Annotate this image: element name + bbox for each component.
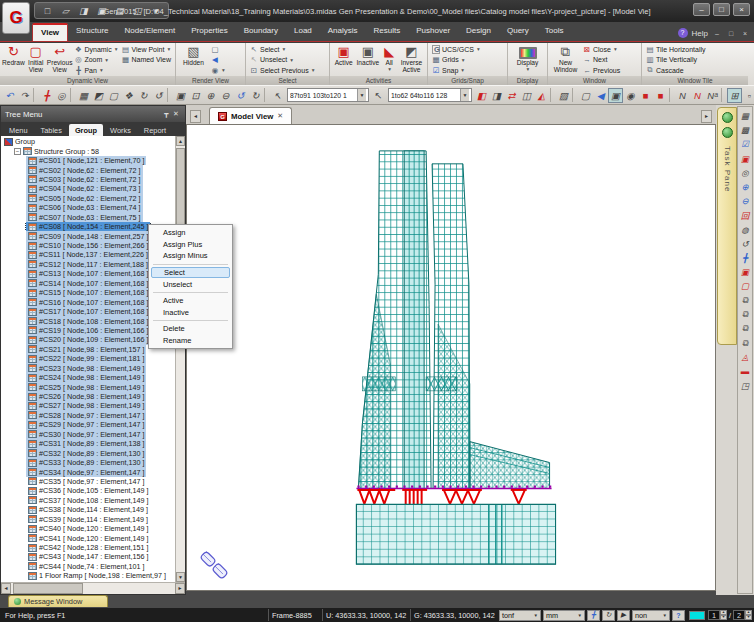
tree-item[interactable]: #CS29 [ Node,97 : Element,147 ]	[1, 420, 177, 429]
collapse-icon[interactable]: −	[14, 148, 21, 155]
display-button[interactable]: Display	[512, 44, 543, 76]
tree-item[interactable]: #CS44 [ Node,74 : Element,101 ]	[1, 562, 177, 571]
tree-tab[interactable]: Group	[69, 124, 103, 136]
force-unit-select[interactable]: tonf▼	[499, 610, 541, 621]
tree-item[interactable]: #CS40 [ Node,120 : Element,149 ]	[1, 524, 177, 533]
ribbon-tab[interactable]: Load	[286, 23, 320, 41]
active-previous-icon[interactable]: ◭	[534, 88, 549, 103]
ribbon-tab[interactable]: Query	[499, 23, 537, 41]
select-intersect-icon[interactable]: ▢	[106, 88, 121, 103]
message-window-tab[interactable]: Message Window	[8, 595, 108, 607]
select-element-icon[interactable]: ◎	[54, 88, 69, 103]
select-cursor-icon[interactable]: ↖	[371, 88, 386, 103]
hidden-button[interactable]: ▧ Hidden	[178, 44, 209, 76]
play-icon[interactable]: ▶	[617, 610, 630, 621]
hidden-icon[interactable]: ▬	[739, 364, 752, 378]
query-button[interactable]: ?	[672, 610, 685, 621]
tree-item[interactable]: #CS27 [ Node,98 : Element,149 ]	[1, 401, 177, 410]
ribbon-tab[interactable]: Pushover	[408, 23, 458, 41]
fill-icon[interactable]: ■	[653, 88, 668, 103]
scrollbar-thumb[interactable]	[13, 583, 83, 594]
display-icon[interactable]: ◳	[739, 379, 752, 393]
snap-button[interactable]: ☑ Snap	[430, 65, 482, 76]
tree-item[interactable]: #CS31 [ Node,89 : Element,138 ]	[1, 439, 177, 448]
structure-group-row[interactable]: − Structure Group : 58	[1, 146, 177, 155]
hidden-view-icon[interactable]: ▣	[608, 88, 623, 103]
select-node-icon[interactable]: ╋	[39, 88, 54, 103]
tree-item[interactable]: #CS03 [ Node,62 : Element,72 ]	[1, 175, 177, 184]
tree-item[interactable]: #CS35 [ Node,97 : Element,147 ]	[1, 477, 177, 486]
scroll-up-icon[interactable]: ▲	[176, 136, 185, 146]
tree-item[interactable]: #CS39 [ Node,114 : Element,149 ]	[1, 515, 177, 524]
scroll-left-icon[interactable]: ◄	[1, 583, 11, 594]
select-plane-icon[interactable]: ❖	[121, 88, 136, 103]
rotate-icon[interactable]: ↺	[739, 237, 752, 251]
tree-item[interactable]: #CS41 [ Node,120 : Element,149 ]	[1, 533, 177, 542]
move-icon[interactable]: ╋	[587, 610, 600, 621]
tree-item[interactable]: #CS24 [ Node,98 : Element,149 ]	[1, 373, 177, 382]
undo-icon[interactable]: ↶	[2, 88, 17, 103]
cascade-button[interactable]: ⧉ Cascade	[644, 65, 708, 76]
active-icon[interactable]: ▣	[739, 265, 752, 279]
zoom-out-icon[interactable]: ⊖	[218, 88, 233, 103]
deactivate-icon[interactable]: ◨	[489, 88, 504, 103]
rotate-left-icon[interactable]: ↺	[233, 88, 248, 103]
perspective-icon[interactable]: ◉	[623, 88, 638, 103]
active-all-icon[interactable]: ⧉	[739, 322, 752, 336]
context-menu-item[interactable]: Assign	[151, 227, 230, 239]
select-window-icon[interactable]: ▦	[76, 88, 91, 103]
zoom-fit-icon[interactable]: 回	[739, 208, 752, 222]
separator[interactable]	[721, 88, 726, 102]
tree-item[interactable]: #CS34 [ Node,97 : Element,147 ]	[1, 467, 177, 476]
ribbon-close-icon[interactable]: ×	[740, 30, 750, 37]
zoom-window-icon[interactable]: ▣	[739, 152, 752, 166]
tree-item[interactable]: #CS23 [ Node,98 : Element,149 ]	[1, 364, 177, 373]
scroll-down-icon[interactable]: ▼	[176, 572, 185, 582]
grid-toggle-icon[interactable]: ▨	[556, 88, 571, 103]
tree-root-row[interactable]: Group	[1, 137, 177, 146]
zoom-out-icon[interactable]: ⊖	[739, 194, 752, 208]
active-previous-icon[interactable]: ⧉	[739, 308, 752, 322]
tile-vertically-button[interactable]: ▥ Tile Vertically	[644, 55, 708, 66]
tree-item[interactable]: 1 Floor Ramp [ Node,198 : Element,97 ]	[1, 571, 177, 580]
context-menu-item[interactable]: Rename	[151, 335, 230, 347]
tree-tab[interactable]: Report	[138, 124, 172, 136]
previous-view-button[interactable]: ↩ Previous View	[47, 44, 73, 76]
shrink-icon[interactable]: ■	[638, 88, 653, 103]
tree-item[interactable]: #CS30 [ Node,97 : Element,147 ]	[1, 430, 177, 439]
initial-view-button[interactable]: ▢ Initial View	[25, 44, 47, 76]
page-current-spinner[interactable]: ▲▼	[720, 610, 727, 620]
tree-item[interactable]: #CS43 [ Node,147 : Element,156 ]	[1, 552, 177, 561]
context-menu-item[interactable]: Assign Minus	[151, 250, 230, 262]
select-identity-icon[interactable]: ▣	[173, 88, 188, 103]
redo-icon[interactable]: ↷	[17, 88, 32, 103]
back-view-icon[interactable]: ◀	[593, 88, 608, 103]
close-button[interactable]: ×	[733, 3, 750, 16]
all-button[interactable]: ◣ All	[380, 44, 397, 76]
tree-item[interactable]: #CS37 [ Node,108 : Element,149 ]	[1, 496, 177, 505]
ribbon-tab[interactable]: Properties	[183, 23, 235, 41]
tile-horizontally-button[interactable]: ▤ Tile Horizontally	[644, 44, 708, 55]
separator[interactable]	[264, 88, 269, 102]
help-label[interactable]: Help	[692, 29, 708, 38]
named-selection-combo-2[interactable]: 1to62 64to116 128▼	[388, 88, 472, 102]
tree-item[interactable]: #CS05 [ Node,62 : Element,72 ]	[1, 194, 177, 203]
ribbon-tab[interactable]: Boundary	[236, 23, 286, 41]
tree-item[interactable]: #CS04 [ Node,62 : Element,73 ]	[1, 184, 177, 193]
tree-item[interactable]: #CS22 [ Node,99 : Element,181 ]	[1, 354, 177, 363]
help-icon[interactable]: ?	[678, 28, 688, 38]
ucs-gcs-button[interactable]: G UCS/GCS	[430, 44, 482, 55]
minimize-button[interactable]: –	[693, 3, 710, 16]
context-menu-item[interactable]: Unselect	[151, 278, 230, 290]
unselect-button[interactable]: ↖ Unselect	[248, 55, 316, 66]
mode-select[interactable]: non▼	[632, 610, 670, 621]
select-previous-button[interactable]: ⊡ Select Previous	[248, 65, 316, 76]
active-identity-icon[interactable]: ⧉	[739, 293, 752, 307]
tree-item[interactable]: #CS32 [ Node,89 : Element,130 ]	[1, 448, 177, 457]
node-number-icon[interactable]: N	[675, 88, 690, 103]
redraw-button[interactable]: ↻ Redraw	[2, 44, 25, 76]
pan-button[interactable]: ╋ Pan	[72, 65, 119, 76]
chevron-down-icon[interactable]: ▼	[460, 89, 469, 101]
next-window-button[interactable]: → Next	[581, 55, 622, 66]
ribbon-restore-icon[interactable]: □	[726, 30, 736, 37]
